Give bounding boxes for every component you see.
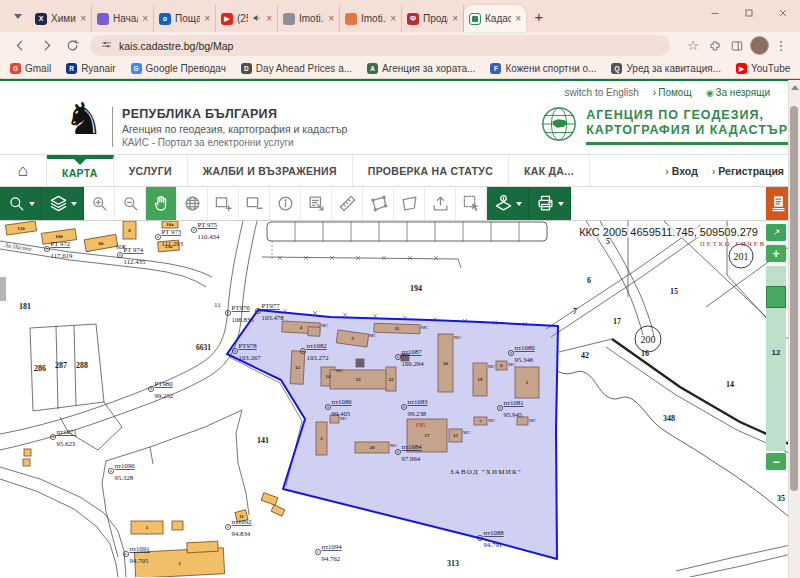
parcel-number: 288 <box>76 361 88 370</box>
browser-tab-6[interactable]: Imoti.net -× <box>340 5 402 32</box>
tab-close-icon[interactable]: × <box>142 13 148 24</box>
scrollbar-thumb[interactable] <box>790 106 798 491</box>
tab-close-icon[interactable]: × <box>80 13 86 24</box>
factory-name-label: ЗАВОД "ХИМИК" <box>450 468 522 476</box>
measure-area-tool[interactable] <box>363 187 394 220</box>
polygon-select-tool[interactable] <box>394 187 425 220</box>
bookmark-item-5[interactable]: AАгенция за хората... <box>367 63 475 74</box>
zoom-in-tool[interactable] <box>84 187 115 220</box>
upload-tool[interactable] <box>425 187 456 220</box>
browser-tab-1[interactable]: XХимик Onl× <box>30 5 92 32</box>
tab-close-icon[interactable]: × <box>204 13 210 24</box>
tab-close-icon[interactable]: × <box>328 13 334 24</box>
full-extent-tool[interactable] <box>177 187 208 220</box>
home-button[interactable]: ⌂ <box>0 155 47 186</box>
help-link[interactable]: ›Помощ <box>653 87 692 98</box>
print-tool[interactable] <box>529 187 571 220</box>
bookmark-item-3[interactable]: GGoogle Преводач <box>131 63 226 74</box>
bookmark-item-8[interactable]: ▶YouTube <box>736 63 790 74</box>
back-icon <box>13 38 28 53</box>
tab-audio-icon[interactable] <box>252 13 262 25</box>
switch-language-link[interactable]: switch to English <box>564 87 638 98</box>
building-type-label: МС <box>421 325 428 330</box>
map-toolbar <box>0 187 800 221</box>
map-info-tool[interactable] <box>487 187 529 220</box>
tab-close-icon[interactable]: × <box>452 13 458 24</box>
side-panel-button[interactable] <box>726 35 748 57</box>
extensions-button[interactable] <box>704 35 726 57</box>
survey-point-name: пт1084 <box>402 443 423 450</box>
fullscreen-button[interactable] <box>766 224 786 241</box>
bookmark-favicon-icon: D <box>241 63 252 74</box>
zoom-out-button[interactable]: − <box>766 453 786 470</box>
zoom-slider-handle[interactable] <box>766 286 786 308</box>
survey-point-name: пт1071 <box>57 428 77 435</box>
parcel-number: 194 <box>410 284 422 293</box>
box-select-tool[interactable] <box>456 187 487 220</box>
zoom-out-tool[interactable] <box>115 187 146 220</box>
new-tab-button[interactable]: + <box>528 5 550 27</box>
browser-tab-3[interactable]: oПоща – D× <box>154 5 216 32</box>
url-text[interactable]: kais.cadastre.bg/bg/Map <box>119 40 233 52</box>
nav-item-2[interactable]: УСЛУГИ <box>114 155 188 186</box>
register-link[interactable]: ›Регистрация <box>712 165 784 177</box>
minimize-button[interactable] <box>698 0 732 26</box>
bookmark-label: YouTube <box>751 63 790 74</box>
site-settings-icon[interactable] <box>100 37 113 55</box>
bookmark-item-4[interactable]: DDay Ahead Prices a... <box>241 63 352 74</box>
survey-point-name: PT978 <box>239 342 258 349</box>
republic-title: РЕПУБЛИКА БЪЛГАРИЯ <box>122 107 347 121</box>
browser-tab-5[interactable]: Imoti.net -× <box>278 5 340 32</box>
back-button[interactable] <box>8 34 32 58</box>
bookmark-star-button[interactable]: ☆ <box>682 35 704 57</box>
pan-tool[interactable] <box>146 187 177 220</box>
reload-button[interactable] <box>60 34 84 58</box>
legend-tool[interactable] <box>301 187 332 220</box>
search-tool[interactable] <box>0 187 42 220</box>
forward-button[interactable] <box>34 34 58 58</box>
bookmark-item-2[interactable]: RRyanair <box>66 63 115 74</box>
tab-search-button[interactable] <box>6 4 30 28</box>
browser-menu-button[interactable]: ⋮ <box>770 35 792 57</box>
measure-length-tool[interactable] <box>332 187 363 220</box>
bookmark-item-7[interactable]: QУред за кавитация... <box>611 63 721 74</box>
survey-point-name: пт1086 <box>332 398 353 405</box>
nav-item-5[interactable]: КАК ДА... <box>509 155 590 186</box>
nav-item-3[interactable]: ЖАЛБИ И ВЪЗРАЖЕНИЯ <box>188 155 353 186</box>
address-bar[interactable]: kais.cadastre.bg/bg/Map <box>90 35 670 56</box>
zoom-out-window-tool[interactable] <box>239 187 270 220</box>
browser-toolbar: kais.cadastre.bg/bg/Map ☆ ⋮ <box>0 32 800 59</box>
browser-tab-4[interactable]: ▶(259) М× <box>216 5 278 32</box>
browser-tab-2[interactable]: Начало | М× <box>92 5 154 32</box>
zoom-slider[interactable]: 12 <box>766 266 786 451</box>
cadastral-map[interactable]: 12б10б8б810а13а4МС3МС11МС1214МС212216МС1… <box>0 221 800 577</box>
profile-avatar[interactable] <box>748 35 770 57</box>
close-button[interactable] <box>766 0 800 26</box>
maximize-button[interactable] <box>732 0 766 26</box>
zoom-in-button[interactable]: + <box>766 245 786 262</box>
bookmark-favicon-icon: F <box>490 63 501 74</box>
survey-point-name: пт1092 <box>232 518 253 525</box>
tab-close-icon[interactable]: × <box>515 13 521 24</box>
layers-tool[interactable] <box>42 187 84 220</box>
survey-point-name: PT980 <box>155 380 174 387</box>
tab-close-icon[interactable]: × <box>266 13 272 24</box>
nav-item-4[interactable]: ПРОВЕРКА НА СТАТУС <box>353 155 509 186</box>
survey-point-elevation: 111.293 <box>162 240 184 247</box>
bookmark-item-1[interactable]: GGmail <box>10 63 51 74</box>
accessibility-link[interactable]: ◉За незрящи <box>706 87 770 98</box>
parcel-number: 141 <box>257 436 269 445</box>
browser-tab-7[interactable]: ФПродажб× <box>402 5 464 32</box>
tab-close-icon[interactable]: × <box>390 13 396 24</box>
area-icon <box>369 194 388 213</box>
bookmark-item-6[interactable]: FКожени спортни о... <box>490 63 596 74</box>
identify-tool[interactable] <box>270 187 301 220</box>
login-link[interactable]: ›Вход <box>665 165 697 177</box>
search-icon <box>7 194 26 213</box>
survey-point-elevation: 97.964 <box>402 455 421 462</box>
red-map-label: 195 <box>415 421 426 429</box>
nav-item-1[interactable]: КАРТА <box>47 155 114 186</box>
browser-tab-8[interactable]: Кадастрал× <box>464 5 526 32</box>
page-scrollbar[interactable] <box>788 80 800 578</box>
zoom-window-tool[interactable] <box>208 187 239 220</box>
